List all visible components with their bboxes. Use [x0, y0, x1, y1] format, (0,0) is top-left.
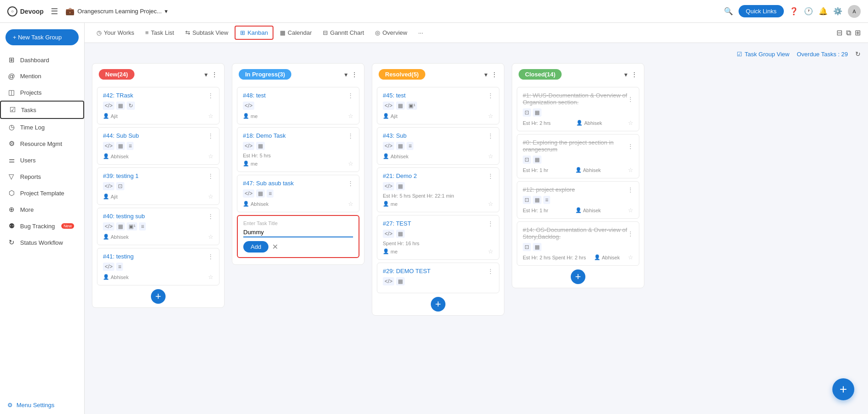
task-more-icon[interactable]: ⋮ [208, 253, 214, 260]
task-card[interactable]: #48: test ⋮ </> 👤 me ☆ [237, 87, 359, 124]
task-more-icon[interactable]: ⋮ [627, 143, 633, 150]
sidebar-item-resource[interactable]: ⚙ Resource Mgmt [0, 135, 84, 152]
task-card[interactable]: #44: Sub Sub ⋮ </> ▦ ≡ 👤 Abhisek ☆ [97, 127, 220, 165]
refresh-icon[interactable]: ↻ [855, 50, 861, 58]
star-icon[interactable]: ☆ [348, 160, 354, 167]
filter-icon[interactable]: ⊟ [836, 28, 842, 37]
star-icon[interactable]: ☆ [208, 274, 214, 280]
task-more-icon[interactable]: ⋮ [488, 268, 493, 274]
subnav-calendar[interactable]: ▦ Calendar [275, 27, 316, 39]
task-card[interactable]: #47: Sub asub task ⋮ </> ▦ ≡ 👤 Abhisek ☆ [237, 175, 359, 212]
sidebar-item-timelog[interactable]: ◷ Time Log [0, 119, 84, 135]
task-card[interactable]: #39: testing 1 ⋮ </> ⊡ 👤 Ajit ☆ [97, 167, 220, 205]
col-closed-more-icon[interactable]: ⋮ [631, 71, 638, 78]
task-more-icon[interactable]: ⋮ [627, 96, 633, 102]
star-icon[interactable]: ☆ [488, 248, 493, 255]
task-more-icon[interactable]: ⋮ [348, 132, 354, 139]
task-card[interactable]: #1: WUS-Documentation & Overview of Orga… [517, 87, 639, 131]
project-selector[interactable]: 💼 Orangescrum Learning Projec... ▾ [65, 7, 167, 16]
col-new-dropdown-icon[interactable]: ▾ [204, 71, 208, 78]
sidebar-item-reports[interactable]: ▽ Reports [0, 168, 84, 185]
task-more-icon[interactable]: ⋮ [488, 132, 493, 139]
sidebar-item-status-workflow[interactable]: ↻ Status Workflow [0, 234, 84, 251]
star-icon[interactable]: ☆ [488, 113, 493, 119]
add-task-new-button[interactable]: + [151, 289, 166, 304]
star-icon[interactable]: ☆ [628, 167, 633, 173]
col-inprogress-more-icon[interactable]: ⋮ [351, 71, 358, 78]
star-icon[interactable]: ☆ [628, 207, 633, 214]
sidebar-item-dashboard[interactable]: ⊞ Dashboard [0, 52, 84, 68]
avatar[interactable]: A [848, 5, 861, 18]
subnav-more-dots[interactable]: ··· [413, 27, 428, 39]
task-card[interactable]: #43: Sub ⋮ </> ▦ ≡ 👤 Abhisek ☆ [377, 127, 499, 165]
subnav-your-works[interactable]: ◷ Your Works [92, 27, 139, 39]
col-resolved-dropdown-icon[interactable]: ▾ [484, 71, 488, 78]
task-more-icon[interactable]: ⋮ [208, 92, 214, 99]
sidebar-item-users[interactable]: ⚌ Users [0, 152, 84, 168]
star-icon[interactable]: ☆ [488, 200, 493, 207]
star-icon[interactable]: ☆ [348, 200, 354, 207]
sidebar-item-tasks[interactable]: ☑ Tasks [0, 101, 84, 119]
help-icon[interactable]: ❓ [789, 7, 798, 16]
subnav-subtask-view[interactable]: ⇆ Subtask View [181, 27, 233, 39]
task-card[interactable]: #45: test ⋮ </> ▦ ▣¹ 👤 Ajit ☆ [377, 87, 499, 124]
task-card[interactable]: #12: project explore ⋮ ⊡ ▦ ≡ Est Hr: 1 h… [517, 181, 639, 219]
subnav-overview[interactable]: ◎ Overview [370, 27, 412, 39]
sidebar-item-project-template[interactable]: ⬡ Project Template [0, 185, 84, 201]
sidebar-item-bug-tracking[interactable]: ⚉ Bug Tracking New [0, 218, 84, 234]
task-more-icon[interactable]: ⋮ [627, 186, 633, 193]
task-card[interactable]: #42: TRask ⋮ </> ▦ ↻ 👤 Ajit ☆ [97, 87, 220, 124]
app-logo[interactable]: ○ Devoop [7, 6, 43, 16]
cancel-add-task-button[interactable]: ✕ [272, 242, 278, 251]
task-more-icon[interactable]: ⋮ [208, 172, 214, 179]
task-more-icon[interactable]: ⋮ [208, 213, 214, 220]
star-icon[interactable]: ☆ [628, 119, 633, 126]
add-task-input[interactable] [243, 228, 353, 237]
task-more-icon[interactable]: ⋮ [488, 172, 493, 179]
col-new-more-icon[interactable]: ⋮ [211, 71, 218, 78]
star-icon[interactable]: ☆ [488, 153, 493, 160]
add-task-closed-button[interactable]: + [571, 269, 585, 284]
star-icon[interactable]: ☆ [208, 153, 214, 160]
task-card[interactable]: #21: Demo 2 ⋮ </> ▦ Est Hr: 5 hrs Spent … [377, 167, 499, 212]
columns-icon[interactable]: ⧉ [846, 29, 851, 37]
settings-icon[interactable]: ⚙️ [833, 7, 842, 16]
task-more-icon[interactable]: ⋮ [348, 180, 354, 187]
sidebar-item-mention[interactable]: @ Mention [0, 68, 84, 84]
task-card[interactable]: #18: Demo Task ⋮ </> ▦ Est Hr: 5 hrs 👤 m… [237, 127, 359, 172]
task-group-view-toggle[interactable]: ☑ Task Group View [737, 51, 789, 58]
star-icon[interactable]: ☆ [208, 193, 214, 200]
grid-icon[interactable]: ⊞ [855, 28, 861, 37]
overdue-tasks-link[interactable]: Overdue Tasks : 29 [797, 51, 848, 58]
task-card[interactable]: #27: TEST ⋮ </> ▦ Spent Hr: 16 hrs 👤 me [377, 215, 499, 260]
quick-links-button[interactable]: Quick Links [739, 5, 784, 17]
add-task-button[interactable]: Add [243, 241, 268, 253]
fab-add-button[interactable]: + [832, 378, 854, 400]
sidebar-item-more[interactable]: ⊕ More [0, 201, 84, 218]
task-more-icon[interactable]: ⋮ [488, 220, 493, 227]
task-card[interactable]: #0: Exploring the project section in ora… [517, 134, 639, 178]
search-icon[interactable]: 🔍 [724, 7, 733, 16]
task-card[interactable]: #29: DEMO TEST ⋮ </> ▦ [377, 263, 499, 293]
col-resolved-more-icon[interactable]: ⋮ [491, 71, 498, 78]
subnav-gantt-chart[interactable]: ⊟ Ganntt Chart [318, 27, 369, 39]
menu-settings[interactable]: ⚙ Menu Settings [0, 396, 84, 414]
task-card[interactable]: #40: testing sub ⋮ </> ▦ ▣¹ ≡ 👤 Abhisek … [97, 208, 220, 245]
task-card[interactable]: #41: testing ⋮ </> ≡ 👤 Abhisek ☆ [97, 248, 220, 285]
star-icon[interactable]: ☆ [628, 254, 633, 261]
add-task-resolved-button[interactable]: + [431, 297, 445, 312]
sidebar-item-projects[interactable]: ◫ Projects [0, 84, 84, 101]
col-inprogress-dropdown-icon[interactable]: ▾ [344, 71, 348, 78]
col-closed-dropdown-icon[interactable]: ▾ [624, 71, 627, 78]
star-icon[interactable]: ☆ [208, 233, 214, 240]
new-task-group-button[interactable]: + New Task Group [5, 29, 79, 45]
task-more-icon[interactable]: ⋮ [208, 132, 214, 139]
star-icon[interactable]: ☆ [348, 113, 354, 119]
clock-icon[interactable]: 🕐 [804, 7, 813, 16]
hamburger-icon[interactable]: ☰ [51, 6, 58, 16]
task-more-icon[interactable]: ⋮ [488, 92, 493, 99]
task-more-icon[interactable]: ⋮ [348, 92, 354, 99]
star-icon[interactable]: ☆ [208, 113, 214, 119]
subnav-task-list[interactable]: ≡ Task List [140, 27, 178, 39]
task-card[interactable]: #14: OS-Documentation & Over-view of Sto… [517, 221, 639, 266]
